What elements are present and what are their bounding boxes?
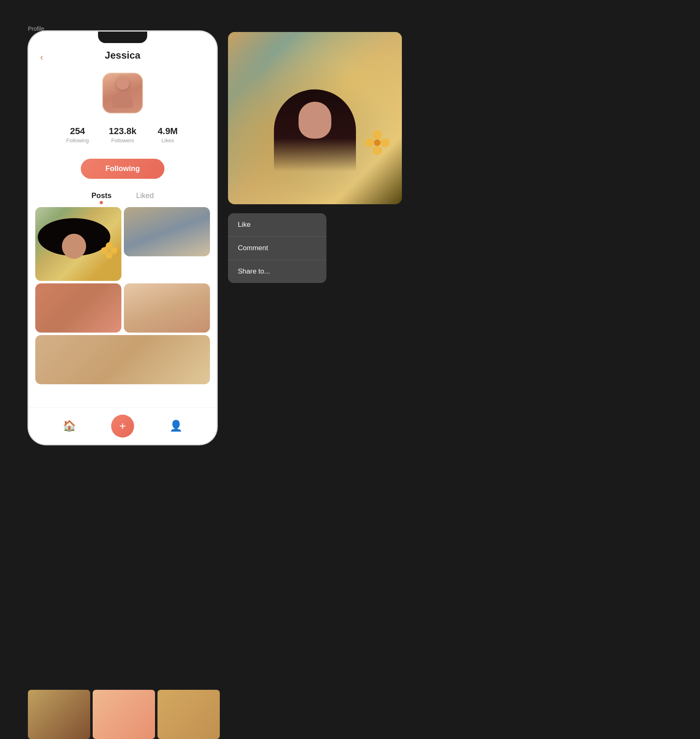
flower-decoration: [365, 130, 390, 155]
following-count: 254: [61, 126, 94, 137]
phone-notch: [98, 32, 147, 43]
post-item[interactable]: [124, 207, 210, 256]
username-title: Jessica: [105, 50, 141, 61]
context-menu-share[interactable]: Share to...: [228, 260, 326, 283]
post-image-4: [124, 283, 210, 333]
strip-image-1[interactable]: [28, 690, 90, 739]
stat-likes[interactable]: 4.9M Likes: [151, 126, 184, 144]
avatar-image: [103, 73, 142, 113]
large-photo-panel: [228, 32, 402, 204]
phone-inner: ‹ Jessica 254 Following 123.8k Followers: [29, 32, 217, 444]
bottom-strip: [28, 690, 220, 739]
add-post-button[interactable]: +: [111, 415, 134, 438]
post-item[interactable]: [35, 207, 121, 281]
context-menu-comment[interactable]: Comment: [228, 237, 326, 260]
avatar-head: [116, 77, 129, 90]
strip-image-2[interactable]: [93, 690, 155, 739]
post-item[interactable]: [124, 283, 210, 333]
post-item[interactable]: [35, 335, 210, 384]
context-menu-like[interactable]: Like: [228, 213, 326, 237]
person-silhouette: [282, 89, 348, 204]
following-label: Following: [61, 137, 94, 144]
strip-image-3[interactable]: [157, 690, 220, 739]
stat-followers[interactable]: 123.8k Followers: [106, 126, 139, 144]
following-button[interactable]: Following: [81, 159, 164, 179]
avatar: [102, 73, 143, 114]
followers-label: Followers: [106, 137, 139, 144]
post-image-1: [35, 207, 121, 281]
posts-grid: [35, 207, 210, 384]
likes-count: 4.9M: [151, 126, 184, 137]
followers-count: 123.8k: [106, 126, 139, 137]
profile-nav-icon[interactable]: 👤: [169, 420, 182, 432]
plus-icon: +: [119, 420, 126, 432]
likes-label: Likes: [151, 137, 184, 144]
avatar-body: [112, 91, 133, 108]
tabs-row: Posts Liked: [29, 192, 217, 203]
post-face: [62, 234, 86, 259]
post-person-1: [44, 218, 104, 281]
tab-liked[interactable]: Liked: [136, 192, 154, 203]
large-photo-overlay: [228, 32, 402, 204]
phone-mockup: ‹ Jessica 254 Following 123.8k Followers: [28, 31, 217, 445]
post-flower: [101, 242, 117, 259]
bottom-nav: 🏠 + 👤: [29, 407, 217, 444]
post-item[interactable]: [35, 283, 121, 333]
post-image-2: [124, 207, 210, 256]
stat-following[interactable]: 254 Following: [61, 126, 94, 144]
avatar-person: [110, 77, 135, 109]
context-menu: Like Comment Share to...: [228, 213, 326, 283]
tab-posts[interactable]: Posts: [91, 192, 112, 203]
stats-row: 254 Following 123.8k Followers 4.9M Like…: [29, 126, 217, 144]
back-button[interactable]: ‹: [40, 52, 43, 63]
post-image-3: [35, 283, 121, 333]
home-icon[interactable]: 🏠: [63, 420, 76, 432]
person-face: [299, 102, 331, 139]
post-image-5: [35, 335, 210, 384]
